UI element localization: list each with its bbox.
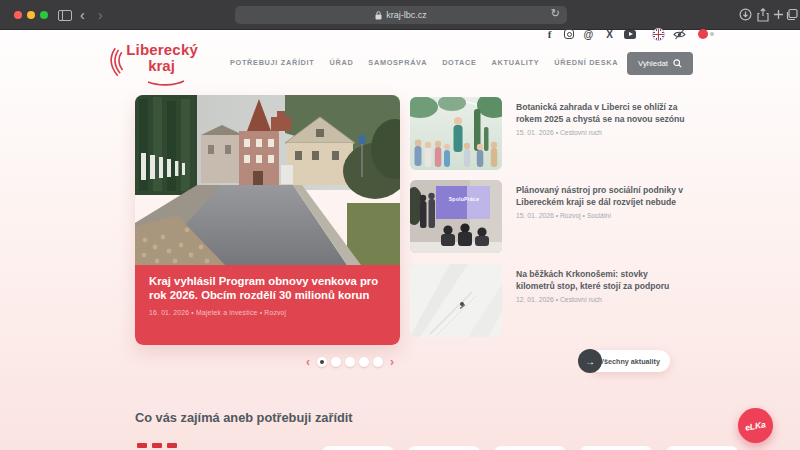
nav-uredni-deska[interactable]: ÚŘEDNÍ DESKA bbox=[554, 58, 618, 67]
card-top-peek[interactable] bbox=[494, 446, 566, 450]
news-meta: 15. 01. 2026 • Cestovní ruch bbox=[516, 129, 688, 136]
news-text: Plánovaný nástroj pro sociální podniky v… bbox=[516, 185, 688, 219]
nav-potrebuji-zaridit[interactable]: POTŘEBUJI ZAŘÍDIT bbox=[230, 58, 314, 67]
red-tile-top bbox=[167, 443, 177, 448]
news-thumbnail-presentation: SpoluPráce bbox=[410, 180, 502, 253]
news-title[interactable]: Plánovaný nástroj pro sociální podniky v… bbox=[516, 185, 688, 208]
arrow-right-icon: → bbox=[578, 349, 602, 373]
zoom-window-button[interactable] bbox=[40, 11, 48, 19]
instagram-icon[interactable] bbox=[564, 29, 574, 39]
card-top-peek[interactable] bbox=[322, 446, 394, 450]
news-item-socialni-podniky[interactable]: SpoluPráce Plánovaný nástroj pro sociáln… bbox=[410, 180, 695, 254]
card-top-peek[interactable] bbox=[580, 446, 652, 450]
share-icon[interactable] bbox=[757, 8, 769, 22]
carousel-dot-4[interactable] bbox=[359, 357, 369, 367]
news-thumbnail-botanical-garden bbox=[410, 97, 502, 170]
news-thumbnail-snow-ski bbox=[410, 264, 502, 337]
page: ‹ › kraj-lbc.cz ↻ f @ X bbox=[0, 0, 800, 450]
toggle-off-dot bbox=[710, 32, 714, 36]
carousel-featured-slide[interactable]: Kraj vyhlásil Program obnovy venkova pro… bbox=[135, 95, 400, 345]
main-nav: POTŘEBUJI ZAŘÍDIT ÚŘAD SAMOSPRÁVA DOTACE… bbox=[230, 58, 673, 67]
forward-button[interactable]: › bbox=[98, 4, 103, 26]
reload-icon[interactable]: ↻ bbox=[551, 7, 560, 20]
search-icon bbox=[673, 59, 682, 68]
facebook-icon[interactable]: f bbox=[543, 28, 556, 41]
news-text: Na běžkách Krkonošemi: stovky kilometrů … bbox=[516, 269, 688, 303]
carousel-dot-3[interactable] bbox=[345, 357, 355, 367]
logo-swoosh-icon bbox=[108, 42, 124, 82]
url-text: kraj-lbc.cz bbox=[386, 10, 427, 20]
sidebar-toggle-icon[interactable] bbox=[58, 10, 72, 21]
featured-title[interactable]: Kraj vyhlásil Program obnovy venkova pro… bbox=[149, 274, 387, 303]
card-top-peek[interactable] bbox=[408, 446, 480, 450]
news-title[interactable]: Na běžkách Krkonošemi: stovky kilometrů … bbox=[516, 269, 688, 292]
news-meta: 12. 01. 2026 • Cestovní ruch bbox=[516, 296, 688, 303]
carousel-dot-2[interactable] bbox=[331, 357, 341, 367]
address-bar[interactable]: kraj-lbc.cz ↻ bbox=[235, 6, 567, 24]
nav-aktuality[interactable]: AKTUALITY bbox=[492, 58, 540, 67]
section-heading: Co vás zajímá aneb potřebuji zařídit bbox=[135, 410, 353, 425]
threads-icon[interactable]: @ bbox=[582, 28, 595, 41]
downloads-icon[interactable] bbox=[739, 8, 752, 21]
news-meta: 15. 01. 2026 • Rozvoj • Sociální bbox=[516, 212, 688, 219]
featured-meta: 16. 01. 2026 • Majetek a investice • Roz… bbox=[149, 309, 386, 316]
news-text: Botanická zahrada v Liberci se ohlíží za… bbox=[516, 102, 688, 136]
carousel-dot-1[interactable] bbox=[317, 357, 327, 367]
lock-icon bbox=[375, 11, 382, 20]
elka-label: eLKa bbox=[744, 419, 766, 432]
minimize-window-button[interactable] bbox=[27, 11, 35, 19]
carousel-controls: ‹ › bbox=[303, 356, 397, 368]
close-window-button[interactable] bbox=[14, 11, 22, 19]
elka-chatbot-button[interactable]: eLKa bbox=[738, 408, 773, 443]
tab-overview-icon[interactable] bbox=[786, 8, 798, 21]
logo-underline bbox=[146, 80, 186, 86]
logo-text: Liberecký kraj bbox=[126, 42, 198, 82]
all-news-label: Všechny aktuality bbox=[599, 357, 660, 366]
contrast-toggle[interactable] bbox=[698, 29, 714, 39]
slide-screen-text: SpoluPráce bbox=[440, 196, 488, 202]
news-title[interactable]: Botanická zahrada v Liberci se ohlíží za… bbox=[516, 102, 688, 125]
red-tile-top bbox=[137, 443, 147, 448]
red-tile-top bbox=[152, 443, 162, 448]
toggle-on-dot bbox=[698, 29, 708, 39]
x-icon[interactable]: X bbox=[603, 28, 616, 41]
nav-dotace[interactable]: DOTACE bbox=[442, 58, 476, 67]
social-links: f @ X bbox=[543, 26, 714, 42]
nav-urad[interactable]: ÚŘAD bbox=[329, 58, 353, 67]
news-item-bezky-krkonose[interactable]: Na běžkách Krkonošemi: stovky kilometrů … bbox=[410, 264, 695, 338]
search-button[interactable]: Vyhledat bbox=[627, 52, 693, 75]
new-tab-icon[interactable] bbox=[773, 8, 784, 21]
english-language-flag-icon[interactable] bbox=[652, 28, 665, 41]
liberecky-kraj-logo[interactable]: Liberecký kraj bbox=[108, 42, 198, 82]
search-button-label: Vyhledat bbox=[638, 59, 668, 68]
featured-overlay-panel: Kraj vyhlásil Program obnovy venkova pro… bbox=[135, 265, 400, 345]
accessibility-eye-icon[interactable] bbox=[673, 28, 686, 41]
back-button[interactable]: ‹ bbox=[80, 4, 85, 26]
news-item-botanicka-zahrada[interactable]: Botanická zahrada v Liberci se ohlíží za… bbox=[410, 97, 695, 171]
carousel-next-icon[interactable]: › bbox=[387, 356, 397, 368]
youtube-icon[interactable] bbox=[624, 30, 636, 39]
card-top-peek[interactable] bbox=[666, 446, 738, 450]
nav-samosprava[interactable]: SAMOSPRÁVA bbox=[368, 58, 427, 67]
carousel-prev-icon[interactable]: ‹ bbox=[303, 356, 313, 368]
carousel-dot-5[interactable] bbox=[373, 357, 383, 367]
